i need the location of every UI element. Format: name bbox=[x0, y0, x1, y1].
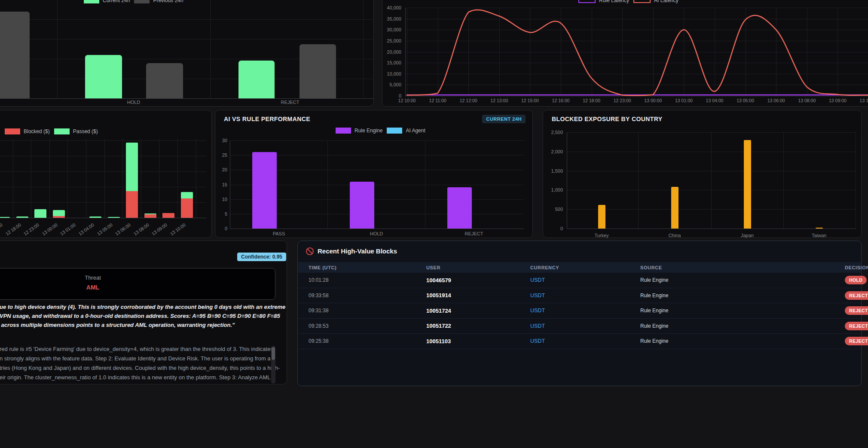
bar-current-24h[interactable] bbox=[238, 61, 275, 98]
col-header-time[interactable]: TIME (UTC) bbox=[309, 265, 426, 270]
cell-currency[interactable]: USDT bbox=[530, 277, 640, 283]
bar-passed[interactable] bbox=[144, 213, 156, 214]
decision-badge: REJECT bbox=[845, 337, 868, 345]
x-tick-label: 13 05:00 bbox=[731, 98, 760, 103]
col-header-currency[interactable]: CURRENCY bbox=[530, 265, 640, 270]
quote-line: VPN usage, and withdrawal to a 0-hour-ol… bbox=[0, 311, 285, 320]
bar-blocked[interactable] bbox=[126, 191, 138, 218]
cell-user: 10051722 bbox=[426, 323, 530, 329]
quote-line: ue to high device density (4). This is s… bbox=[0, 302, 285, 311]
reasoning-scrollbar-track[interactable] bbox=[271, 346, 275, 384]
y-tick-label: 2,000 bbox=[543, 149, 563, 154]
y-axis-line bbox=[567, 132, 567, 229]
bar-blocked[interactable] bbox=[181, 198, 193, 218]
bar-passed[interactable] bbox=[34, 209, 46, 218]
bar-japan[interactable] bbox=[744, 140, 751, 229]
col-header-source[interactable]: SOURCE bbox=[640, 265, 845, 270]
y-tick-label: 35,000 bbox=[382, 16, 401, 21]
cell-decision: REJECT bbox=[845, 306, 868, 315]
bar-previous-24h[interactable] bbox=[0, 12, 30, 98]
cell-user: 10051103 bbox=[426, 338, 530, 344]
y-tick-label: 0 bbox=[215, 226, 227, 231]
bar-current-24h[interactable] bbox=[85, 55, 122, 98]
bar-rule-engine[interactable] bbox=[447, 187, 472, 229]
x-tick-label: 13 01:00 bbox=[669, 98, 698, 103]
panel-latency-chart: Rule Latency AI Latency 40,00035,00030,0… bbox=[382, 0, 868, 107]
x-tick-label: 13 09:00 bbox=[823, 98, 852, 103]
gridline bbox=[67, 139, 68, 218]
cell-source: Rule Engine bbox=[640, 277, 845, 283]
gridline bbox=[0, 19, 374, 20]
gridline bbox=[31, 139, 31, 218]
y-tick-label: 25,000 bbox=[382, 38, 401, 43]
gridline bbox=[638, 132, 639, 229]
table-row[interactable]: 09:33:5810051914USDTRule EngineREJECT bbox=[298, 288, 861, 304]
gridline bbox=[49, 139, 50, 218]
y-tick-label: 25 bbox=[215, 152, 227, 158]
bar-passed[interactable] bbox=[53, 210, 65, 216]
x-tick-label: 12 23:00 bbox=[608, 98, 636, 103]
cell-time: 09:25:38 bbox=[309, 338, 426, 344]
x-tick-label: 12 16:00 bbox=[547, 98, 575, 103]
bar-passed[interactable] bbox=[89, 216, 101, 218]
reasoning-line: n strongly aligns with the feature data.… bbox=[0, 354, 280, 363]
cell-decision: REJECT bbox=[845, 337, 868, 345]
gridline bbox=[177, 139, 178, 218]
cell-source: Rule Engine bbox=[640, 338, 845, 344]
bar-passed[interactable] bbox=[108, 217, 120, 218]
x-tick-label: REJECT bbox=[277, 100, 303, 105]
x-tick-label: Taiwan bbox=[800, 233, 838, 238]
bar-passed[interactable] bbox=[126, 143, 138, 191]
bar-taiwan[interactable] bbox=[816, 228, 823, 229]
table-row[interactable]: 09:31:3810051724USDTRule EngineREJECT bbox=[298, 303, 861, 319]
table-row[interactable]: 10:01:2810046579USDTRule EngineHOLD bbox=[298, 273, 861, 288]
bar-previous-24h[interactable] bbox=[146, 63, 183, 98]
y-tick-label: 20,000 bbox=[382, 49, 401, 55]
bar-blocked[interactable] bbox=[144, 214, 156, 218]
cell-currency[interactable]: USDT bbox=[530, 323, 640, 329]
bar-rule-engine[interactable] bbox=[350, 182, 374, 229]
x-tick-label: 13 08:00 bbox=[793, 98, 821, 103]
x-tick-label: PASS bbox=[262, 231, 296, 236]
y-tick-label: 10 bbox=[215, 197, 227, 202]
bar-turkey[interactable] bbox=[598, 205, 605, 229]
panel-decisions-chart: Current 24h Previous 24h HOLDREJECT bbox=[0, 0, 374, 107]
bar-previous-24h[interactable] bbox=[300, 44, 336, 98]
panel-flow-chart: Blocked ($) Passed ($) 12 16:0012 18:001… bbox=[0, 110, 212, 238]
reasoning-scrollbar-thumb[interactable] bbox=[272, 347, 275, 360]
x-axis-line bbox=[0, 218, 206, 218]
x-tick-label: 13 10:00 bbox=[854, 98, 868, 103]
bar-blocked[interactable] bbox=[53, 216, 65, 218]
cell-user: 10051914 bbox=[426, 292, 530, 299]
threat-summary-box: Threat AML bbox=[0, 268, 275, 300]
cell-time: 09:31:38 bbox=[309, 308, 426, 314]
y-tick-label: 5 bbox=[215, 211, 227, 216]
y-tick-label: 10,000 bbox=[382, 71, 401, 76]
bar-passed[interactable] bbox=[181, 192, 193, 198]
analysis-reasoning-text[interactable]: red rule is #5 'Device Farming' due to d… bbox=[0, 344, 280, 382]
panel-ai-analysis: Confidence: 0.95 Threat AML ue to high d… bbox=[0, 241, 287, 384]
gridline bbox=[327, 140, 328, 229]
bar-rule-engine[interactable] bbox=[252, 152, 277, 229]
x-tick-label: Japan bbox=[728, 233, 767, 238]
reasoning-line: red rule is #5 'Device Farming' due to d… bbox=[0, 344, 280, 354]
cell-decision: REJECT bbox=[845, 291, 868, 300]
table-row[interactable]: 09:28:5310051722USDTRule EngineREJECT bbox=[298, 319, 861, 334]
table-row[interactable]: 09:25:3810051103USDTRule EngineREJECT bbox=[298, 334, 861, 349]
bar-passed[interactable] bbox=[0, 217, 10, 218]
quote-line: across multiple dimensions points to a s… bbox=[0, 320, 285, 329]
col-header-user[interactable]: USER bbox=[426, 265, 530, 270]
cell-time: 09:33:58 bbox=[309, 293, 426, 299]
gridline bbox=[141, 139, 141, 218]
cell-currency[interactable]: USDT bbox=[530, 293, 640, 299]
bar-passed[interactable] bbox=[16, 216, 28, 218]
gridline bbox=[86, 139, 86, 218]
bar-china[interactable] bbox=[671, 187, 679, 229]
col-header-decision[interactable]: DECISION bbox=[845, 265, 868, 270]
cell-currency[interactable]: USDT bbox=[530, 308, 640, 314]
cell-currency[interactable]: USDT bbox=[530, 338, 640, 344]
bar-blocked[interactable] bbox=[162, 213, 174, 218]
x-axis-line bbox=[0, 98, 374, 99]
panel-country-chart: BLOCKED EXPOSURE BY COUNTRY 05001,0001,5… bbox=[543, 110, 862, 238]
reasoning-line: tries (Hong Kong and Japan) and on diffe… bbox=[0, 363, 280, 373]
